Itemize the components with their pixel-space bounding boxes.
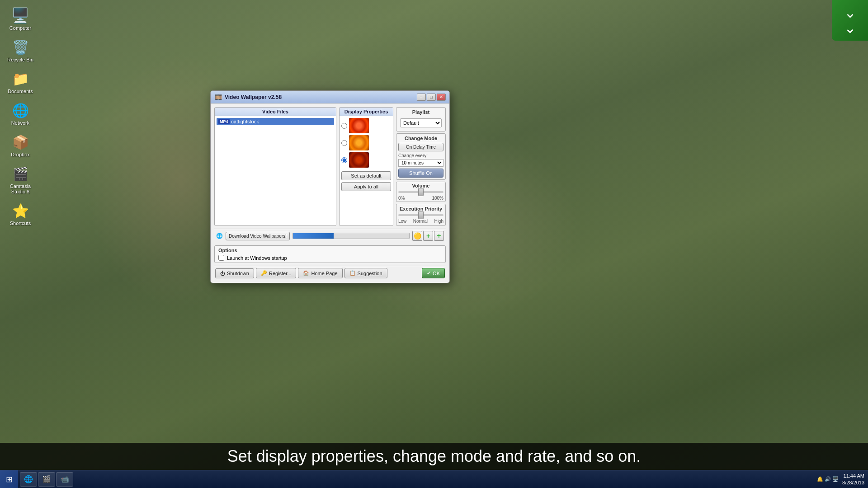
taskbar-item-1-icon: 🌐 xyxy=(24,475,33,483)
taskbar-item-3[interactable]: 📹 xyxy=(56,472,73,487)
computer-icon: 🖥️ xyxy=(11,7,29,24)
desktop-icon-dropbox[interactable]: 📦 Dropbox xyxy=(2,131,38,159)
priority-slider-track xyxy=(398,214,443,216)
video-list-item[interactable]: MP4 catfightstock xyxy=(217,118,334,125)
shutdown-button[interactable]: ⏻ Shutdown xyxy=(215,268,254,278)
ok-label: OK xyxy=(433,271,440,276)
desktop-icons-container: 🖥️ Computer 🗑️ Recycle Bin 📁 Documents 🌐… xyxy=(0,0,41,236)
thumbnail-radio-2[interactable] xyxy=(341,140,347,146)
arrow-down-icon: ⌄ xyxy=(844,5,856,20)
network-icon: 🌐 xyxy=(12,103,29,118)
taskbar-item-3-icon: 📹 xyxy=(60,475,69,483)
thumbnail-radio-3[interactable] xyxy=(341,157,347,163)
desktop-icon-documents[interactable]: 📁 Documents xyxy=(2,68,38,96)
taskbar-date: 8/28/2013 xyxy=(842,479,864,486)
thumbnail-row-2 xyxy=(341,135,391,150)
maximize-button[interactable]: □ xyxy=(427,94,436,101)
taskbar-item-2[interactable]: 🎬 xyxy=(38,472,55,487)
video-files-header: Video Files xyxy=(215,108,336,116)
shortcuts-label: Shortcuts xyxy=(10,221,31,226)
action-buttons: Set as default Apply to all xyxy=(340,169,393,193)
desktop-icon-recycle-bin[interactable]: 🗑️ Recycle Bin xyxy=(2,36,38,64)
thumbnail-2[interactable] xyxy=(349,135,369,150)
thumbnail-row-1 xyxy=(341,118,391,133)
display-properties-section: Display Properties xyxy=(339,107,393,226)
network-label: Network xyxy=(11,120,29,126)
set-as-default-button[interactable]: Set as default xyxy=(341,171,391,180)
volume-box: Volume 0% 100% xyxy=(396,182,446,202)
dropbox-icon: 📦 xyxy=(12,134,29,150)
dialog-controls: − □ ✕ xyxy=(417,94,446,101)
taskbar-item-2-icon: 🎬 xyxy=(42,475,51,483)
minimize-button[interactable]: − xyxy=(417,94,426,101)
shortcuts-icon: ⭐ xyxy=(12,203,29,219)
download-icon-yellow[interactable]: 🟡 xyxy=(412,231,422,241)
close-button[interactable]: ✕ xyxy=(437,94,446,101)
dialog-body: Video Files MP4 catfightstock Display Pr… xyxy=(211,103,449,283)
priority-slider-thumb[interactable] xyxy=(418,211,424,219)
volume-slider-thumb[interactable] xyxy=(418,188,424,196)
on-delay-time-button[interactable]: On Delay Time xyxy=(398,143,443,151)
taskbar-start-button[interactable]: ⊞ xyxy=(0,470,18,488)
computer-label: Computer xyxy=(9,25,31,31)
home-page-button[interactable]: 🏠 Home Page xyxy=(298,268,342,278)
playlist-box: Playlist Default xyxy=(396,107,446,131)
caption-text: Set display properties, change mode and … xyxy=(227,447,641,466)
shuffle-button[interactable]: Shuffle On xyxy=(398,169,443,178)
right-panel: Playlist Default Change Mode On Delay Ti… xyxy=(396,107,446,226)
download-button[interactable]: Download Video Wallpapers! xyxy=(226,232,290,240)
display-properties-header: Display Properties xyxy=(340,108,393,116)
change-every-select[interactable]: 10 minutes 5 minutes 30 minutes 1 hour xyxy=(398,159,443,167)
documents-label: Documents xyxy=(8,89,33,94)
home-icon: 🏠 xyxy=(303,270,309,276)
desktop-icon-shortcuts[interactable]: ⭐ Shortcuts xyxy=(2,200,38,228)
thumbnail-3[interactable] xyxy=(349,152,369,168)
mp4-badge: MP4 xyxy=(218,119,230,124)
bottom-toolbar: ⏻ Shutdown 🔑 Register... 🏠 Home Page 📋 S… xyxy=(214,266,446,279)
register-button[interactable]: 🔑 Register... xyxy=(256,268,297,278)
dialog-app-icon: 🎞️ xyxy=(214,94,222,101)
download-icons: 🟡 + + xyxy=(412,231,444,241)
desktop-icon-network[interactable]: 🌐 Network xyxy=(2,99,38,127)
home-page-label: Home Page xyxy=(311,271,337,276)
dialog-title-text: Video Wallpaper v2.58 xyxy=(225,94,282,100)
taskbar-right: 🔔 🔊 🖥️ 11:44 AM 8/28/2013 xyxy=(813,473,868,486)
top-right-widget[interactable]: ⌄ ⌄ xyxy=(832,0,868,41)
download-progress-bar xyxy=(292,233,410,239)
dialog-titlebar: 🎞️ Video Wallpaper v2.58 − □ ✕ xyxy=(211,91,449,103)
priority-low-label: Low xyxy=(398,219,406,224)
download-icon-green[interactable]: + xyxy=(434,231,444,241)
video-wallpaper-dialog: 🎞️ Video Wallpaper v2.58 − □ ✕ Video Fil… xyxy=(210,90,450,283)
suggestion-button[interactable]: 📋 Suggestion xyxy=(344,268,387,278)
thumbnail-radio-1[interactable] xyxy=(341,123,347,129)
download-icon: 🌐 xyxy=(216,233,223,239)
options-section: Options Launch at Windows startup xyxy=(214,245,446,263)
ok-button[interactable]: ✔ OK xyxy=(422,268,445,278)
dropbox-label: Dropbox xyxy=(11,152,30,157)
dialog-title-area: 🎞️ Video Wallpaper v2.58 xyxy=(214,94,282,101)
thumbnail-list xyxy=(340,116,393,169)
shutdown-icon: ⏻ xyxy=(220,271,225,276)
priority-labels: Low Normal High xyxy=(398,219,443,224)
recycle-bin-label: Recycle Bin xyxy=(7,57,33,62)
thumbnail-1[interactable] xyxy=(349,118,369,133)
launch-at-startup-text: Launch at Windows startup xyxy=(227,255,287,261)
shuffle-btn-container: Shuffle On xyxy=(398,169,443,178)
volume-min-label: 0% xyxy=(398,196,405,201)
volume-max-label: 100% xyxy=(432,196,443,201)
caption-bar: Set display properties, change mode and … xyxy=(0,443,868,470)
taskbar-item-1[interactable]: 🌐 xyxy=(20,472,37,487)
taskbar-items: 🌐 🎬 📹 xyxy=(18,472,813,487)
launch-at-startup-label[interactable]: Launch at Windows startup xyxy=(218,255,442,261)
register-label: Register... xyxy=(269,271,292,276)
playlist-dropdown[interactable]: Default xyxy=(400,118,442,127)
apply-to-all-button[interactable]: Apply to all xyxy=(341,182,391,191)
download-icon-add[interactable]: + xyxy=(423,231,433,241)
ok-icon: ✔ xyxy=(427,270,431,276)
desktop-icon-computer[interactable]: 🖥️ Computer xyxy=(2,5,38,33)
launch-at-startup-checkbox[interactable] xyxy=(218,255,224,261)
desktop-icon-camtasia[interactable]: 🎬 Camtasia Studio 8 xyxy=(2,163,38,196)
change-every-label: Change every: xyxy=(398,153,443,158)
priority-normal-label: Normal xyxy=(413,219,428,224)
download-progress-fill xyxy=(293,233,334,239)
